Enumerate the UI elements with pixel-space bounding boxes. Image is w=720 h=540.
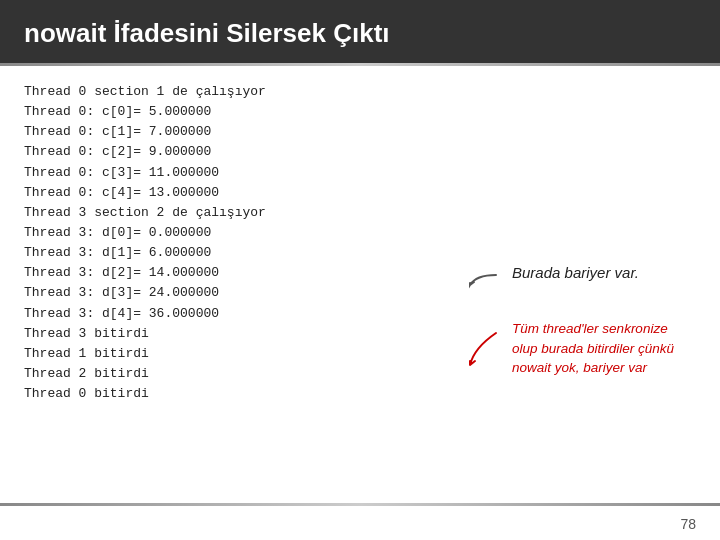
annotation-box-2: Tüm thread'ler senkronize olup burada bi…: [466, 319, 696, 378]
slide-header: nowait İfadesini Silersek Çıktı: [0, 0, 720, 63]
annotations-panel: Burada bariyer var. Tüm thread'ler senkr…: [466, 82, 696, 493]
bottom-divider: [0, 503, 720, 506]
code-block: Thread 0 section 1 de çalışıyor Thread 0…: [24, 82, 446, 493]
arrow-icon-2: [466, 323, 504, 373]
page-number: 78: [680, 516, 696, 532]
annotation-text-2: Tüm thread'ler senkronize olup burada bi…: [512, 319, 696, 378]
annotation-text-1: Burada bariyer var.: [512, 264, 639, 281]
arrow-icon-1: [466, 257, 504, 293]
slide: nowait İfadesini Silersek Çıktı Thread 0…: [0, 0, 720, 540]
slide-footer: 78: [0, 512, 720, 540]
content-area: Thread 0 section 1 de çalışıyor Thread 0…: [0, 66, 720, 503]
slide-title: nowait İfadesini Silersek Çıktı: [24, 18, 390, 48]
annotation-box-1: Burada bariyer var.: [466, 257, 696, 293]
